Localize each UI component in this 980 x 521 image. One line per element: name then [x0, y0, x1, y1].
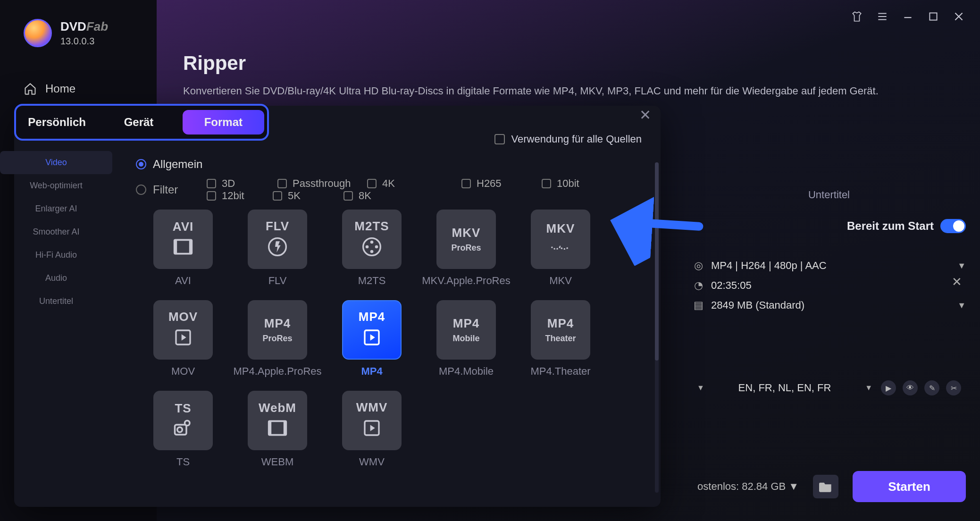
play-icon: [174, 328, 193, 350]
category-audio[interactable]: Audio: [0, 267, 112, 290]
profile-label: MP4 | H264 | 480p | AAC: [711, 260, 827, 272]
chevron-down-icon: ▼: [957, 301, 966, 311]
modal-tabs: PersönlichGerätFormat: [14, 104, 269, 141]
svg-rect-0: [930, 13, 937, 20]
category-web-optimiert[interactable]: Web-optimiert: [0, 174, 112, 197]
format-mp4-apple-prores[interactable]: MP4ProResMP4.Apple.ProRes: [230, 300, 325, 378]
checkbox-icon: [343, 191, 353, 201]
maximize-icon[interactable]: [927, 10, 939, 23]
cam-icon: [173, 420, 193, 440]
svg-point-13: [185, 420, 190, 426]
format-wmv[interactable]: WMVWMV: [325, 391, 419, 468]
radio-filter[interactable]: Filter: [136, 183, 207, 196]
brand-version: 13.0.0.3: [60, 36, 108, 47]
format-mp4-theater[interactable]: MP4TheaterMP4.Theater: [513, 300, 608, 378]
format-tile: MKVProRes: [436, 210, 496, 269]
radio-general[interactable]: Allgemein: [136, 158, 650, 171]
format-tile: MP4ProRes: [248, 300, 307, 360]
format-label: MP4.Theater: [530, 365, 590, 378]
menu-icon[interactable]: [876, 10, 888, 23]
filter-h265[interactable]: H265: [461, 177, 542, 190]
svg-rect-16: [269, 421, 272, 435]
format-label: MP4: [361, 365, 382, 378]
format-tile: TS: [153, 391, 213, 450]
tab-subtitles[interactable]: Untertitel: [692, 179, 966, 210]
format-mov[interactable]: MOVMOV: [136, 300, 230, 378]
format-mp4-mobile[interactable]: MP4MobileMP4.Mobile: [419, 300, 513, 378]
output-folder-button[interactable]: [813, 475, 838, 498]
task-remove-icon[interactable]: ✕: [952, 275, 962, 289]
format-label: TS: [176, 456, 190, 468]
brand-logo-icon: [24, 19, 52, 47]
cut-icon[interactable]: ✂: [946, 380, 961, 395]
play-icon[interactable]: ▶: [881, 380, 896, 395]
reel-icon: [362, 237, 381, 260]
ready-label: Bereit zum Start: [847, 219, 934, 233]
checkbox-icon: [207, 191, 216, 201]
checkbox-icon: [494, 134, 505, 144]
filter-3d[interactable]: 3D: [207, 177, 277, 190]
category-smoother-ai[interactable]: Smoother AI: [0, 220, 112, 244]
close-icon[interactable]: [953, 10, 965, 23]
film-icon: [173, 238, 193, 259]
format-label: M2TS: [358, 275, 386, 287]
format-m2ts[interactable]: M2TSM2TS: [325, 210, 419, 287]
filter-8k[interactable]: 8K: [343, 190, 433, 202]
format-avi[interactable]: AVIAVI: [136, 210, 230, 287]
size-row[interactable]: ▤ 2849 MB (Standard) ▼: [692, 295, 966, 315]
format-label: MOV: [171, 365, 195, 378]
category-enlarger-ai[interactable]: Enlarger AI: [0, 197, 112, 220]
format-mkv-apple-prores[interactable]: MKVProResMKV.Apple.ProRes: [419, 210, 513, 287]
disk-free-label: ostenlos: 82.84 GB: [697, 480, 786, 493]
disk-free: ostenlos: 82.84 GB ▼: [697, 480, 799, 493]
preview-icon[interactable]: 👁: [903, 380, 918, 395]
svg-rect-17: [284, 421, 286, 435]
format-tile: AVI: [153, 210, 213, 269]
flash-icon: [268, 237, 287, 260]
chevron-down-icon[interactable]: ▼: [788, 480, 799, 493]
filter-5k[interactable]: 5K: [273, 190, 343, 202]
tab-gerät[interactable]: Gerät: [98, 116, 179, 129]
chevron-down-icon[interactable]: ▼: [865, 384, 872, 392]
ready-toggle[interactable]: [940, 219, 966, 233]
checkbox-icon: [273, 191, 282, 201]
edit-icon[interactable]: ✎: [924, 380, 939, 395]
duration-row: ◔ 02:35:05: [692, 276, 966, 295]
nav-home[interactable]: Home: [0, 71, 157, 107]
tshirt-icon[interactable]: [851, 10, 863, 23]
filter-passthrough[interactable]: Passthrough: [277, 177, 367, 190]
chevron-down-icon[interactable]: ▼: [697, 384, 704, 392]
tab-persönlich[interactable]: Persönlich: [16, 116, 98, 129]
minimize-icon[interactable]: [902, 10, 914, 23]
format-flv[interactable]: FLVFLV: [230, 210, 325, 287]
format-mp4[interactable]: MP4MP4: [325, 300, 419, 378]
checkbox-icon: [207, 179, 216, 188]
format-ts[interactable]: TSTS: [136, 391, 230, 468]
format-tile: WebM: [248, 391, 307, 450]
window-controls: [836, 0, 980, 33]
start-button[interactable]: Starten: [853, 471, 966, 502]
task-panel: Untertitel Bereit zum Start ✕ ◎ MP4 | H2…: [692, 179, 966, 404]
format-tile: MKV: [531, 210, 590, 269]
apply-all-checkbox[interactable]: Verwendung für alle Quellen: [494, 133, 642, 145]
scrollbar-thumb[interactable]: [655, 162, 659, 361]
format-mkv[interactable]: MKVMKV: [513, 210, 608, 287]
radio-general-label: Allgemein: [153, 158, 202, 171]
glasses-icon: [550, 240, 571, 257]
format-webm[interactable]: WebMWEBM: [230, 391, 325, 468]
modal-close-icon[interactable]: ✕: [639, 107, 651, 123]
play-icon: [362, 419, 381, 441]
filter-4k[interactable]: 4K: [367, 177, 461, 190]
checkbox-icon: [277, 179, 287, 188]
profile-row[interactable]: ◎ MP4 | H264 | 480p | AAC ▼: [692, 256, 966, 276]
svg-point-14: [177, 427, 183, 432]
category-untertitel[interactable]: Untertitel: [0, 290, 112, 313]
category-hi-fi-audio[interactable]: Hi-Fi Audio: [0, 244, 112, 267]
file-icon: ▤: [692, 299, 704, 311]
category-video[interactable]: Video: [0, 151, 112, 174]
filter-12bit[interactable]: 12bit: [207, 190, 273, 202]
tab-format[interactable]: Format: [183, 110, 264, 134]
filter-10bit[interactable]: 10bit: [542, 177, 617, 190]
disc-icon: ◎: [692, 260, 704, 272]
category-sidebar: VideoWeb-optimiertEnlarger AISmoother AI…: [0, 151, 112, 313]
